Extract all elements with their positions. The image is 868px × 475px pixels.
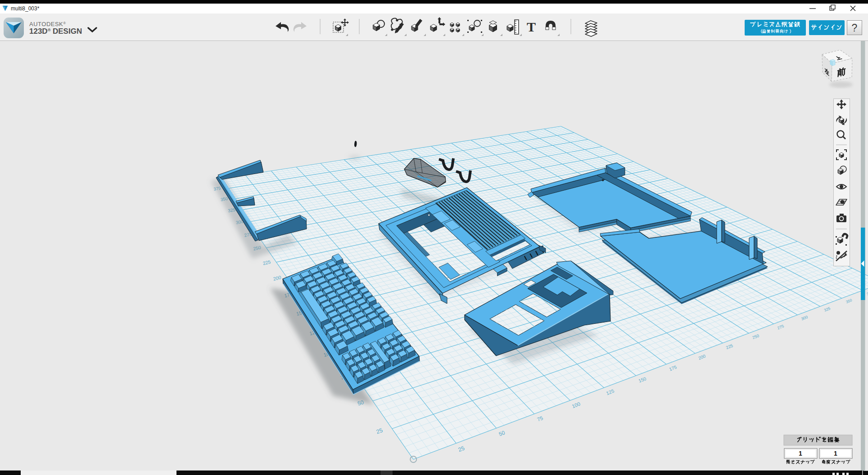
svg-text:1: 1 <box>799 450 802 457</box>
svg-text:AUTODESK®: AUTODESK® <box>29 21 66 27</box>
svg-text:T: T <box>527 19 536 34</box>
svg-text:multi8_003*: multi8_003* <box>11 5 40 12</box>
svg-text:1: 1 <box>834 450 837 457</box>
svg-text:123D® DESIGN: 123D® DESIGN <box>29 27 82 36</box>
svg-text:?: ? <box>852 22 858 34</box>
